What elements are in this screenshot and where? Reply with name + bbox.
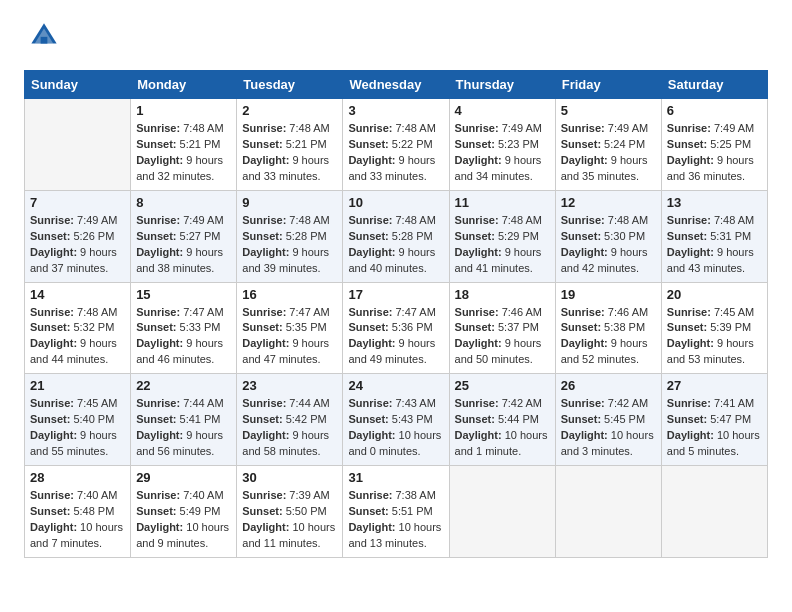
- svg-rect-2: [41, 37, 48, 44]
- day-info: Sunrise: 7:49 AMSunset: 5:27 PMDaylight:…: [136, 213, 231, 277]
- day-info: Sunrise: 7:47 AMSunset: 5:35 PMDaylight:…: [242, 305, 337, 369]
- day-number: 15: [136, 287, 231, 302]
- day-info: Sunrise: 7:45 AMSunset: 5:40 PMDaylight:…: [30, 396, 125, 460]
- day-number: 3: [348, 103, 443, 118]
- day-info: Sunrise: 7:49 AMSunset: 5:26 PMDaylight:…: [30, 213, 125, 277]
- calendar-day-cell: 3Sunrise: 7:48 AMSunset: 5:22 PMDaylight…: [343, 99, 449, 191]
- day-info: Sunrise: 7:46 AMSunset: 5:37 PMDaylight:…: [455, 305, 550, 369]
- calendar-day-cell: 31Sunrise: 7:38 AMSunset: 5:51 PMDayligh…: [343, 466, 449, 558]
- day-info: Sunrise: 7:49 AMSunset: 5:24 PMDaylight:…: [561, 121, 656, 185]
- calendar-day-cell: 8Sunrise: 7:49 AMSunset: 5:27 PMDaylight…: [131, 190, 237, 282]
- calendar-day-cell: 11Sunrise: 7:48 AMSunset: 5:29 PMDayligh…: [449, 190, 555, 282]
- day-number: 30: [242, 470, 337, 485]
- calendar-week-row: 21Sunrise: 7:45 AMSunset: 5:40 PMDayligh…: [25, 374, 768, 466]
- weekday-header: Friday: [555, 71, 661, 99]
- day-info: Sunrise: 7:48 AMSunset: 5:22 PMDaylight:…: [348, 121, 443, 185]
- calendar-day-cell: 27Sunrise: 7:41 AMSunset: 5:47 PMDayligh…: [661, 374, 767, 466]
- day-info: Sunrise: 7:40 AMSunset: 5:49 PMDaylight:…: [136, 488, 231, 552]
- day-number: 14: [30, 287, 125, 302]
- day-info: Sunrise: 7:48 AMSunset: 5:21 PMDaylight:…: [242, 121, 337, 185]
- calendar-day-cell: 29Sunrise: 7:40 AMSunset: 5:49 PMDayligh…: [131, 466, 237, 558]
- day-number: 5: [561, 103, 656, 118]
- day-info: Sunrise: 7:49 AMSunset: 5:23 PMDaylight:…: [455, 121, 550, 185]
- day-info: Sunrise: 7:49 AMSunset: 5:25 PMDaylight:…: [667, 121, 762, 185]
- day-number: 27: [667, 378, 762, 393]
- day-info: Sunrise: 7:48 AMSunset: 5:21 PMDaylight:…: [136, 121, 231, 185]
- calendar-week-row: 1Sunrise: 7:48 AMSunset: 5:21 PMDaylight…: [25, 99, 768, 191]
- calendar-day-cell: 25Sunrise: 7:42 AMSunset: 5:44 PMDayligh…: [449, 374, 555, 466]
- day-info: Sunrise: 7:48 AMSunset: 5:30 PMDaylight:…: [561, 213, 656, 277]
- day-info: Sunrise: 7:42 AMSunset: 5:44 PMDaylight:…: [455, 396, 550, 460]
- calendar-day-cell: [25, 99, 131, 191]
- weekday-header: Wednesday: [343, 71, 449, 99]
- calendar-week-row: 14Sunrise: 7:48 AMSunset: 5:32 PMDayligh…: [25, 282, 768, 374]
- weekday-header: Thursday: [449, 71, 555, 99]
- day-info: Sunrise: 7:39 AMSunset: 5:50 PMDaylight:…: [242, 488, 337, 552]
- day-number: 11: [455, 195, 550, 210]
- day-number: 18: [455, 287, 550, 302]
- calendar-day-cell: [449, 466, 555, 558]
- day-number: 29: [136, 470, 231, 485]
- day-number: 20: [667, 287, 762, 302]
- calendar-day-cell: 24Sunrise: 7:43 AMSunset: 5:43 PMDayligh…: [343, 374, 449, 466]
- day-info: Sunrise: 7:48 AMSunset: 5:28 PMDaylight:…: [242, 213, 337, 277]
- day-number: 13: [667, 195, 762, 210]
- calendar-day-cell: 14Sunrise: 7:48 AMSunset: 5:32 PMDayligh…: [25, 282, 131, 374]
- day-info: Sunrise: 7:44 AMSunset: 5:41 PMDaylight:…: [136, 396, 231, 460]
- calendar-day-cell: 18Sunrise: 7:46 AMSunset: 5:37 PMDayligh…: [449, 282, 555, 374]
- calendar-day-cell: 22Sunrise: 7:44 AMSunset: 5:41 PMDayligh…: [131, 374, 237, 466]
- day-number: 21: [30, 378, 125, 393]
- day-info: Sunrise: 7:48 AMSunset: 5:28 PMDaylight:…: [348, 213, 443, 277]
- day-number: 16: [242, 287, 337, 302]
- calendar-day-cell: 2Sunrise: 7:48 AMSunset: 5:21 PMDaylight…: [237, 99, 343, 191]
- day-info: Sunrise: 7:41 AMSunset: 5:47 PMDaylight:…: [667, 396, 762, 460]
- day-info: Sunrise: 7:46 AMSunset: 5:38 PMDaylight:…: [561, 305, 656, 369]
- day-info: Sunrise: 7:48 AMSunset: 5:31 PMDaylight:…: [667, 213, 762, 277]
- calendar-day-cell: 12Sunrise: 7:48 AMSunset: 5:30 PMDayligh…: [555, 190, 661, 282]
- weekday-header: Tuesday: [237, 71, 343, 99]
- day-number: 22: [136, 378, 231, 393]
- day-number: 19: [561, 287, 656, 302]
- calendar-day-cell: 15Sunrise: 7:47 AMSunset: 5:33 PMDayligh…: [131, 282, 237, 374]
- calendar-day-cell: 20Sunrise: 7:45 AMSunset: 5:39 PMDayligh…: [661, 282, 767, 374]
- day-info: Sunrise: 7:42 AMSunset: 5:45 PMDaylight:…: [561, 396, 656, 460]
- day-info: Sunrise: 7:38 AMSunset: 5:51 PMDaylight:…: [348, 488, 443, 552]
- day-info: Sunrise: 7:48 AMSunset: 5:29 PMDaylight:…: [455, 213, 550, 277]
- weekday-header: Monday: [131, 71, 237, 99]
- day-number: 24: [348, 378, 443, 393]
- day-number: 4: [455, 103, 550, 118]
- logo-icon: [28, 20, 60, 52]
- calendar-day-cell: 30Sunrise: 7:39 AMSunset: 5:50 PMDayligh…: [237, 466, 343, 558]
- calendar-day-cell: 6Sunrise: 7:49 AMSunset: 5:25 PMDaylight…: [661, 99, 767, 191]
- calendar-day-cell: 4Sunrise: 7:49 AMSunset: 5:23 PMDaylight…: [449, 99, 555, 191]
- calendar: SundayMondayTuesdayWednesdayThursdayFrid…: [24, 70, 768, 558]
- day-number: 9: [242, 195, 337, 210]
- calendar-day-cell: 28Sunrise: 7:40 AMSunset: 5:48 PMDayligh…: [25, 466, 131, 558]
- calendar-day-cell: 7Sunrise: 7:49 AMSunset: 5:26 PMDaylight…: [25, 190, 131, 282]
- day-number: 1: [136, 103, 231, 118]
- day-number: 6: [667, 103, 762, 118]
- calendar-week-row: 28Sunrise: 7:40 AMSunset: 5:48 PMDayligh…: [25, 466, 768, 558]
- calendar-day-cell: 17Sunrise: 7:47 AMSunset: 5:36 PMDayligh…: [343, 282, 449, 374]
- day-info: Sunrise: 7:47 AMSunset: 5:36 PMDaylight:…: [348, 305, 443, 369]
- day-number: 8: [136, 195, 231, 210]
- day-number: 7: [30, 195, 125, 210]
- day-number: 23: [242, 378, 337, 393]
- day-info: Sunrise: 7:47 AMSunset: 5:33 PMDaylight:…: [136, 305, 231, 369]
- day-info: Sunrise: 7:45 AMSunset: 5:39 PMDaylight:…: [667, 305, 762, 369]
- calendar-week-row: 7Sunrise: 7:49 AMSunset: 5:26 PMDaylight…: [25, 190, 768, 282]
- day-info: Sunrise: 7:44 AMSunset: 5:42 PMDaylight:…: [242, 396, 337, 460]
- weekday-header: Sunday: [25, 71, 131, 99]
- calendar-day-cell: 5Sunrise: 7:49 AMSunset: 5:24 PMDaylight…: [555, 99, 661, 191]
- day-number: 10: [348, 195, 443, 210]
- page-header: [24, 20, 768, 56]
- calendar-day-cell: 10Sunrise: 7:48 AMSunset: 5:28 PMDayligh…: [343, 190, 449, 282]
- logo: [24, 20, 60, 56]
- day-info: Sunrise: 7:48 AMSunset: 5:32 PMDaylight:…: [30, 305, 125, 369]
- weekday-header: Saturday: [661, 71, 767, 99]
- day-number: 12: [561, 195, 656, 210]
- calendar-day-cell: 9Sunrise: 7:48 AMSunset: 5:28 PMDaylight…: [237, 190, 343, 282]
- calendar-day-cell: 16Sunrise: 7:47 AMSunset: 5:35 PMDayligh…: [237, 282, 343, 374]
- day-number: 25: [455, 378, 550, 393]
- day-number: 28: [30, 470, 125, 485]
